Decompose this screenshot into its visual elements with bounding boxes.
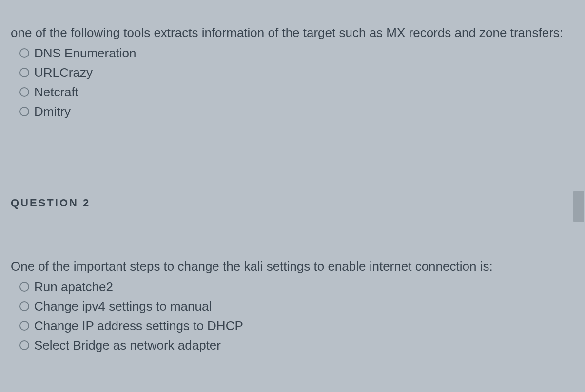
- question-2-options: Run apatche2 Change ipv4 settings to man…: [11, 277, 574, 355]
- option-label: Run apatche2: [34, 280, 113, 295]
- radio-button[interactable]: [20, 68, 29, 77]
- radio-button[interactable]: [20, 107, 29, 116]
- option-row: Netcraft: [20, 82, 574, 102]
- quiz-screen: one of the following tools extracts info…: [0, 0, 585, 370]
- question-1-block: one of the following tools extracts info…: [0, 0, 585, 136]
- radio-button[interactable]: [20, 340, 29, 350]
- question-1-options: DNS Enumeration URLCrazy Netcraft Dmitry: [11, 43, 574, 121]
- radio-button[interactable]: [20, 87, 29, 97]
- radio-button[interactable]: [20, 48, 29, 58]
- option-row: URLCrazy: [20, 63, 574, 82]
- option-row: DNS Enumeration: [20, 43, 574, 63]
- question-1-prompt: one of the following tools extracts info…: [11, 24, 574, 41]
- option-label: URLCrazy: [34, 65, 93, 80]
- option-row: Run apatche2: [20, 277, 574, 297]
- option-label: DNS Enumeration: [34, 46, 136, 61]
- spacer: [0, 224, 585, 248]
- option-label: Select Bridge as network adapter: [34, 338, 221, 353]
- question-2-prompt: One of the important steps to change the…: [11, 258, 574, 275]
- option-label: Change ipv4 settings to manual: [34, 299, 212, 314]
- option-label: Change IP address settings to DHCP: [34, 318, 243, 334]
- radio-button[interactable]: [20, 282, 29, 292]
- radio-button[interactable]: [20, 321, 29, 331]
- radio-button[interactable]: [20, 301, 29, 311]
- option-row: Dmitry: [20, 102, 574, 121]
- option-row: Change IP address settings to DHCP: [20, 316, 574, 336]
- option-row: Change ipv4 settings to manual: [20, 297, 574, 316]
- option-row: Select Bridge as network adapter: [20, 336, 574, 355]
- scrollbar-thumb[interactable]: [573, 191, 584, 222]
- option-label: Netcraft: [34, 85, 78, 100]
- question-2-block: One of the important steps to change the…: [0, 248, 585, 370]
- question-2-heading: QUESTION 2: [0, 185, 585, 224]
- option-label: Dmitry: [34, 104, 71, 119]
